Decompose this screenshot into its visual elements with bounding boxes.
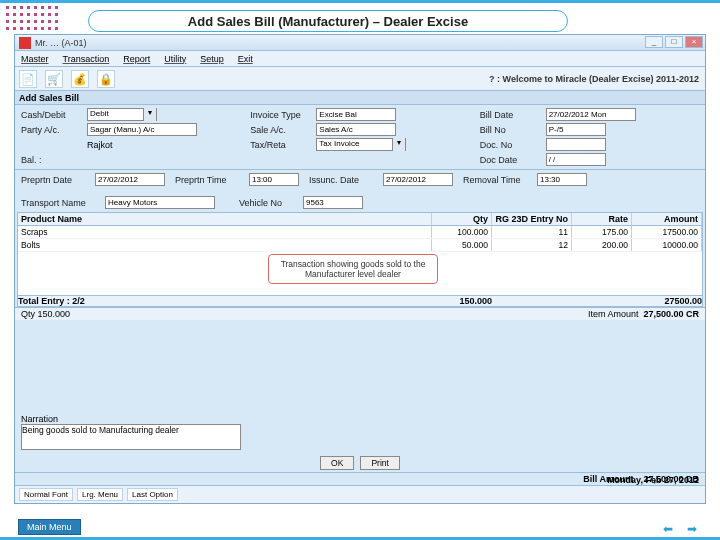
prep-date-input[interactable] [95, 173, 165, 186]
menu-master[interactable]: Master [21, 54, 49, 64]
window-titlebar: Mr. … (A-01) _ □ × [15, 35, 705, 51]
bill-date-input[interactable] [546, 108, 636, 121]
close-button[interactable]: × [685, 36, 703, 48]
menu-transaction[interactable]: Transaction [63, 54, 110, 64]
sale-ac-input[interactable] [316, 123, 396, 136]
menu-utility[interactable]: Utility [164, 54, 186, 64]
narration-input[interactable]: Being goods sold to Manufacturing dealer [21, 424, 241, 450]
slide-title: Add Sales Bill (Manufacturer) – Dealer E… [88, 10, 568, 32]
prep-date-label: Preprtn Date [21, 175, 91, 185]
prep-time-input[interactable] [249, 173, 299, 186]
menu-setup[interactable]: Setup [200, 54, 224, 64]
col-rate: Rate [572, 213, 632, 225]
next-arrow-icon[interactable]: ➡ [682, 523, 702, 537]
maximize-button[interactable]: □ [665, 36, 683, 48]
menu-report[interactable]: Report [123, 54, 150, 64]
bill-date-label: Bill Date [480, 110, 542, 120]
vehicle-label: Vehicle No [239, 198, 299, 208]
doc-no-input[interactable] [546, 138, 606, 151]
bag-icon[interactable]: 💰 [71, 70, 89, 88]
invoice-type-label: Invoice Type [250, 110, 312, 120]
prep-time-label: Preprtn Time [175, 175, 245, 185]
col-rg: RG 23D Entry No [492, 213, 572, 225]
cash-debit-label: Cash/Debit [21, 110, 83, 120]
cart-icon[interactable]: 🛒 [45, 70, 63, 88]
lock-icon[interactable]: 🔒 [97, 70, 115, 88]
product-grid: Product Name Qty RG 23D Entry No Rate Am… [17, 212, 703, 307]
status-date: Monday, Feb 27, 2012 [607, 475, 699, 485]
table-row[interactable]: Bolts 50.000 12 200.00 10000.00 [18, 239, 702, 252]
doc-no-label: Doc. No [480, 140, 542, 150]
minimize-button[interactable]: _ [645, 36, 663, 48]
vehicle-input[interactable] [303, 196, 363, 209]
item-amount: 27,500.00 CR [643, 309, 699, 319]
app-icon [19, 37, 31, 49]
transport-input[interactable] [105, 196, 215, 209]
tax-label: Tax/Reta [250, 140, 312, 150]
invoice-type-input[interactable] [316, 108, 396, 121]
party-label: Party A/c. [21, 125, 83, 135]
balance-label: Bal. : [21, 155, 83, 165]
mode-normal-font[interactable]: Normal Font [19, 488, 73, 501]
col-qty: Qty [432, 213, 492, 225]
party-city: Rajkot [87, 140, 113, 150]
sale-ac-label: Sale A/c. [250, 125, 312, 135]
table-row[interactable]: Scraps 100.000 11 175.00 17500.00 [18, 226, 702, 239]
print-button[interactable]: Print [360, 456, 399, 470]
removal-time-label: Removal Time [463, 175, 533, 185]
total-entry-label: Total Entry : 2/2 [18, 296, 432, 306]
toolbar: 📄 🛒 💰 🔒 ? : Welcome to Miracle (Dealer E… [15, 67, 705, 91]
bill-no-label: Bill No [480, 125, 542, 135]
form-header: Cash/DebitDebit Invoice Type Bill Date P… [15, 105, 705, 169]
new-doc-icon[interactable]: 📄 [19, 70, 37, 88]
window-title: Mr. … (A-01) [35, 38, 87, 48]
col-amount: Amount [632, 213, 702, 225]
party-input[interactable] [87, 123, 197, 136]
form-transport: Preprtn Date Preprtn Time Issunc. Date R… [15, 170, 705, 212]
mode-lrg-memo[interactable]: Lrg. Menu [77, 488, 123, 501]
mode-last-option[interactable]: Last Option [127, 488, 178, 501]
main-menu-button[interactable]: Main Menu [18, 519, 81, 535]
menu-bar: Master Transaction Report Utility Setup … [15, 51, 705, 67]
col-product: Product Name [18, 213, 432, 225]
tax-select[interactable]: Tax Invoice [316, 138, 406, 151]
removal-time-input[interactable] [537, 173, 587, 186]
prev-arrow-icon[interactable]: ⬅ [658, 523, 678, 537]
decor-dots [6, 6, 60, 32]
doc-date-label: Doc Date [480, 155, 542, 165]
ok-button[interactable]: OK [320, 456, 354, 470]
total-amount: 27500.00 [632, 296, 702, 306]
item-amount-label: Item Amount [588, 309, 639, 319]
issue-date-label: Issunc. Date [309, 175, 379, 185]
narration-label: Narration [21, 414, 699, 424]
app-window: Mr. … (A-01) _ □ × Master Transaction Re… [14, 34, 706, 504]
form-title: Add Sales Bill [15, 91, 705, 105]
entry-qty: Qty 150.000 [21, 309, 70, 319]
menu-exit[interactable]: Exit [238, 54, 253, 64]
cash-debit-select[interactable]: Debit [87, 108, 157, 121]
transport-label: Transport Name [21, 198, 101, 208]
doc-date-input[interactable] [546, 153, 606, 166]
issue-date-input[interactable] [383, 173, 453, 186]
total-qty: 150.000 [432, 296, 492, 306]
bill-no-input[interactable] [546, 123, 606, 136]
callout-note: Transaction showing goods sold to the Ma… [268, 254, 438, 284]
welcome-text: ? : Welcome to Miracle (Dealer Excise) 2… [489, 74, 699, 84]
